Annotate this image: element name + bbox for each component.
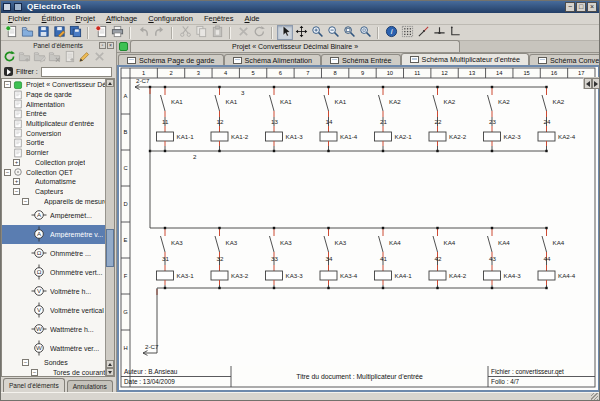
- expander-minus-icon[interactable]: −: [13, 188, 20, 195]
- scroll-up2-icon[interactable]: [106, 360, 114, 368]
- tab-scroll-right-icon[interactable]: [592, 78, 600, 89]
- menu-projet[interactable]: Projet: [70, 13, 101, 24]
- zoom-in-button[interactable]: [309, 25, 325, 40]
- save-button[interactable]: [35, 25, 51, 40]
- folio-icon: [13, 138, 23, 148]
- tree-item-projet-convertisseur-d-ci[interactable]: −Projet « Convertisseur Déci...: [2, 80, 105, 90]
- tree-item-bornier[interactable]: Bornier: [2, 148, 105, 158]
- tree-item-sortie[interactable]: Sortie: [2, 138, 105, 148]
- scroll-thumb[interactable]: [106, 229, 114, 267]
- menu-configuration[interactable]: Configuration: [143, 13, 199, 24]
- tree-item-page-de-garde[interactable]: Page de garde: [2, 90, 105, 100]
- svg-text:KA3: KA3: [171, 239, 183, 246]
- tree-item-voltm-tre-h[interactable]: VVoltmètre h...: [2, 282, 105, 301]
- tab-scroll-left-icon[interactable]: [584, 78, 592, 89]
- tree-item-conversion[interactable]: Conversion: [2, 128, 105, 138]
- expander-minus-icon[interactable]: −: [22, 359, 29, 366]
- save-as-icon: [53, 24, 66, 42]
- reload-button[interactable]: [2, 51, 16, 65]
- folio-tab-sch-ma-page-de-garde[interactable]: Schéma Page de garde: [118, 54, 224, 65]
- tree-item-capteurs[interactable]: −Capteurs: [2, 187, 105, 197]
- conductor-button[interactable]: [431, 25, 447, 40]
- save-as-button[interactable]: [51, 25, 67, 40]
- tree-item-entr-e[interactable]: Entrée: [2, 109, 105, 119]
- tree-item-multiplicateur-d-entr-e[interactable]: Multiplicateur d'entrée: [2, 119, 105, 129]
- menu-fentres[interactable]: Fenêtres: [199, 13, 240, 24]
- svg-text:Date : 13/04/2009: Date : 13/04/2009: [124, 378, 175, 385]
- about-button[interactable]: i: [383, 25, 399, 40]
- print-button[interactable]: [109, 25, 125, 40]
- tree-scrollbar[interactable]: [105, 79, 114, 376]
- menu-fichier[interactable]: Fichier: [3, 13, 37, 24]
- minimize-icon[interactable]: −: [565, 2, 575, 12]
- tree-item-alimentation[interactable]: Alimentation: [2, 99, 105, 109]
- svg-text:KA4: KA4: [444, 239, 456, 246]
- tree-item-ohmm-tre[interactable]: ΩOhmmètre ...: [2, 244, 105, 263]
- expander-minus-icon[interactable]: −: [22, 198, 29, 205]
- svg-text:10: 10: [387, 70, 393, 76]
- folio-tab-sch-ma-alimentation[interactable]: Schéma Alimentation: [224, 54, 322, 65]
- tree-item-sondes[interactable]: −Sondes: [2, 358, 105, 368]
- tree-item-wattm-tre-h[interactable]: WWattmètre h...: [2, 320, 105, 339]
- expander-minus-icon[interactable]: −: [4, 81, 11, 88]
- svg-text:43: 43: [489, 255, 496, 262]
- svg-text:i: i: [390, 27, 392, 36]
- zoom-reset-button[interactable]: [357, 25, 373, 40]
- project-tab[interactable]: Projet « Convertisseur Décimal Binaire »: [130, 40, 460, 52]
- tree-item-automatisme[interactable]: +Automatisme: [2, 177, 105, 187]
- grid-button[interactable]: [399, 25, 415, 40]
- folio-tab-sch-ma-conversion[interactable]: Schéma Conversion: [529, 54, 600, 65]
- probe-button[interactable]: [415, 25, 431, 40]
- expander-plus-icon[interactable]: +: [13, 178, 20, 185]
- expander-minus-icon[interactable]: −: [4, 169, 11, 176]
- menu-aide[interactable]: Aide: [240, 13, 266, 24]
- zoom-out-button[interactable]: [325, 25, 341, 40]
- expander-plus-icon[interactable]: +: [13, 159, 20, 166]
- menu-affichage[interactable]: Affichage: [101, 13, 143, 24]
- new-category-icon: [18, 49, 31, 67]
- folio-tab-sch-ma-entr-e[interactable]: Schéma Entrée: [321, 54, 401, 65]
- undo-icon: [137, 24, 150, 42]
- select-mode-button[interactable]: [277, 25, 293, 40]
- close-file-button[interactable]: [93, 25, 109, 40]
- panel-tab-panel-d-l-ments[interactable]: Panel d'éléments: [3, 378, 65, 392]
- tree-item-appareils-de-mesure[interactable]: −Appareils de mesure: [2, 196, 105, 206]
- resize-grip-icon[interactable]: [591, 393, 598, 400]
- maximize-icon[interactable]: □: [576, 2, 586, 12]
- scroll-down-icon[interactable]: [106, 368, 114, 376]
- tree-item-tores-de-courant[interactable]: −Tores de courant: [2, 368, 105, 376]
- pan-mode-button[interactable]: [293, 25, 309, 40]
- panel-tab-annulations[interactable]: Annulations: [67, 380, 113, 392]
- window-menu-icon[interactable]: [14, 3, 22, 11]
- tree-item-voltm-tre-vertical[interactable]: VVoltmètre vertical: [2, 301, 105, 320]
- new-document-button[interactable]: [3, 25, 19, 40]
- folio-tab-sch-ma-multiplicateur-d-entr-e[interactable]: Schéma Multiplicateur d'entrée: [401, 53, 529, 65]
- svg-text:11: 11: [414, 70, 420, 76]
- save-all-button[interactable]: [67, 25, 83, 40]
- svg-text:7: 7: [306, 70, 309, 76]
- svg-text:A: A: [124, 93, 128, 99]
- close-icon[interactable]: ×: [587, 2, 597, 12]
- tree-item-collection-qet[interactable]: −Collection QET: [2, 167, 105, 177]
- tree-item-amp-rem-t[interactable]: AAmpèremèt...: [2, 206, 105, 225]
- zoom-fit-button[interactable]: [341, 25, 357, 40]
- open-button[interactable]: [19, 25, 35, 40]
- zoom-reset-icon: [359, 24, 372, 42]
- tree-item-amp-rem-tre-v[interactable]: AAmpèremètre v...: [2, 225, 105, 244]
- svg-text:5: 5: [251, 70, 254, 76]
- tree-item-ohmm-tre-vert[interactable]: ΩOhmmètre vert...: [2, 263, 105, 282]
- tree-item-wattm-tre-ver[interactable]: WWattmètre ver...: [2, 339, 105, 358]
- edit-element-button[interactable]: [77, 51, 91, 65]
- window-title: QElectroTech: [27, 2, 81, 11]
- svg-text:9: 9: [361, 70, 364, 76]
- titlebar[interactable]: QElectroTech − □ ×: [0, 0, 600, 13]
- tree-item-collection-projet[interactable]: +Collection projet: [2, 158, 105, 168]
- scroll-up-icon[interactable]: [106, 79, 114, 87]
- panel-bottom-tabs: Panel d'élémentsAnnulations: [0, 377, 116, 392]
- schematic-canvas[interactable]: 1234567891011121314151617ABCDEFGHAuteur …: [117, 65, 600, 392]
- close-panel-icon[interactable]: ×: [107, 42, 114, 49]
- expander-minus-icon[interactable]: −: [31, 369, 38, 376]
- menu-dition[interactable]: Édition: [37, 13, 71, 24]
- conductor-angle-button[interactable]: [447, 25, 463, 40]
- filter-input[interactable]: [41, 67, 112, 77]
